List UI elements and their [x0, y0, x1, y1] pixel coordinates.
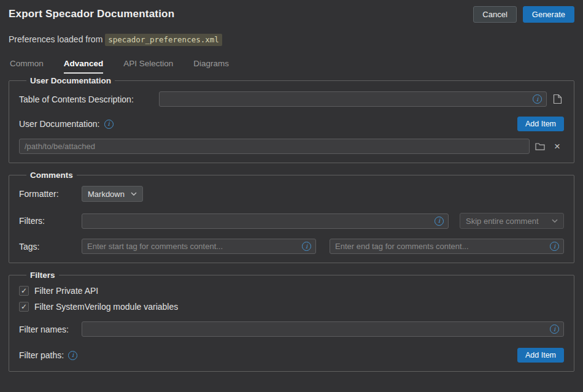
- section-filters-title: Filters: [26, 271, 59, 280]
- formatter-label: Formatter:: [19, 189, 82, 199]
- section-filters: Filters ✓ Filter Private API ✓ Filter Sy…: [9, 271, 574, 372]
- checkmark-icon: ✓: [21, 303, 27, 310]
- tags-row: Tags: i i: [19, 239, 564, 254]
- end-tag-input-wrap: i: [330, 239, 564, 254]
- info-icon: i: [104, 120, 114, 129]
- tab-common[interactable]: Common: [10, 59, 44, 74]
- section-comments-title: Comments: [26, 171, 77, 180]
- info-icon: i: [302, 242, 311, 251]
- info-icon: i: [434, 217, 444, 226]
- checkbox-filter-sv-module-variables[interactable]: ✓: [19, 302, 29, 312]
- tab-diagrams[interactable]: Diagrams: [193, 59, 229, 74]
- page-title: Export Specador Documentation: [9, 8, 174, 20]
- comment-filters-label: Filters:: [19, 216, 82, 226]
- folder-icon[interactable]: [533, 140, 547, 153]
- export-specador-dialog: { "header": { "title": "Export Specador …: [0, 0, 583, 392]
- formatter-row: Formatter: Markdown: [19, 186, 564, 202]
- preferences-text: Preferences loaded from: [9, 34, 102, 44]
- preferences-line: Preferences loaded from specador_prefere…: [0, 34, 583, 44]
- end-tag-input[interactable]: [330, 239, 564, 254]
- toc-description-row: Table of Contents Description: i: [19, 91, 564, 107]
- checkmark-icon: ✓: [21, 287, 27, 294]
- info-icon: i: [550, 325, 559, 334]
- user-documentation-label: User Documentation:: [19, 119, 100, 129]
- new-file-icon[interactable]: [550, 93, 564, 106]
- add-item-button[interactable]: Add Item: [517, 117, 564, 131]
- attached-path-input[interactable]: [19, 139, 530, 154]
- start-tag-input-wrap: i: [82, 239, 316, 254]
- remove-icon[interactable]: ×: [550, 140, 564, 153]
- checkbox-label: Filter SystemVerilog module variables: [34, 302, 178, 312]
- generate-button[interactable]: Generate: [523, 6, 574, 23]
- section-user-documentation: User Documentation Table of Contents Des…: [9, 76, 574, 163]
- toc-description-input-wrap: i: [159, 91, 547, 107]
- comment-filters-input[interactable]: [82, 213, 449, 229]
- filter-names-input[interactable]: [82, 321, 564, 337]
- filter-names-row: Filter names: i: [19, 321, 564, 337]
- filter-paths-label: Filter paths:: [19, 350, 64, 360]
- filter-sv-variables-row: ✓ Filter SystemVerilog module variables: [19, 302, 564, 312]
- attached-path-row: ×: [19, 139, 564, 154]
- skip-comment-select[interactable]: Skip entire comment: [460, 213, 564, 229]
- start-tag-input[interactable]: [82, 239, 316, 254]
- formatter-select[interactable]: Markdown: [82, 186, 143, 202]
- filter-paths-row: Filter paths: i Add Item: [19, 348, 564, 363]
- comment-filters-input-wrap: i: [82, 213, 449, 229]
- toc-description-input[interactable]: [159, 91, 547, 107]
- add-item-button[interactable]: Add Item: [517, 348, 564, 363]
- skip-comment-selected-value: Skip entire comment: [466, 217, 539, 226]
- tab-advanced[interactable]: Advanced: [64, 59, 104, 74]
- cancel-button[interactable]: Cancel: [473, 6, 516, 23]
- section-comments: Comments Formatter: Markdown Filters: i …: [9, 171, 574, 263]
- tab-bar: Common Advanced API Selection Diagrams: [0, 59, 583, 74]
- user-documentation-row: User Documentation: i Add Item: [19, 117, 564, 131]
- header-buttons: Cancel Generate: [473, 6, 574, 23]
- chevron-down-icon: [552, 219, 558, 223]
- toc-description-label: Table of Contents Description:: [19, 94, 159, 104]
- chevron-down-icon: [131, 192, 137, 196]
- preferences-file: specador_preferences.xml: [105, 34, 222, 46]
- formatter-selected-value: Markdown: [88, 190, 125, 199]
- info-icon: i: [550, 242, 559, 251]
- filter-private-api-row: ✓ Filter Private API: [19, 286, 564, 296]
- tab-api-selection[interactable]: API Selection: [123, 59, 173, 74]
- filter-names-input-wrap: i: [82, 321, 564, 337]
- info-icon: i: [68, 351, 77, 360]
- section-user-documentation-title: User Documentation: [26, 76, 115, 85]
- attached-path-input-wrap: [19, 139, 530, 154]
- filter-names-label: Filter names:: [19, 325, 82, 334]
- checkbox-filter-private-api[interactable]: ✓: [19, 286, 29, 296]
- dialog-header: Export Specador Documentation Cancel Gen…: [0, 0, 583, 23]
- comment-filters-row: Filters: i Skip entire comment: [19, 213, 564, 229]
- info-icon: i: [533, 94, 542, 104]
- tags-label: Tags:: [19, 242, 82, 252]
- checkbox-label: Filter Private API: [34, 286, 98, 296]
